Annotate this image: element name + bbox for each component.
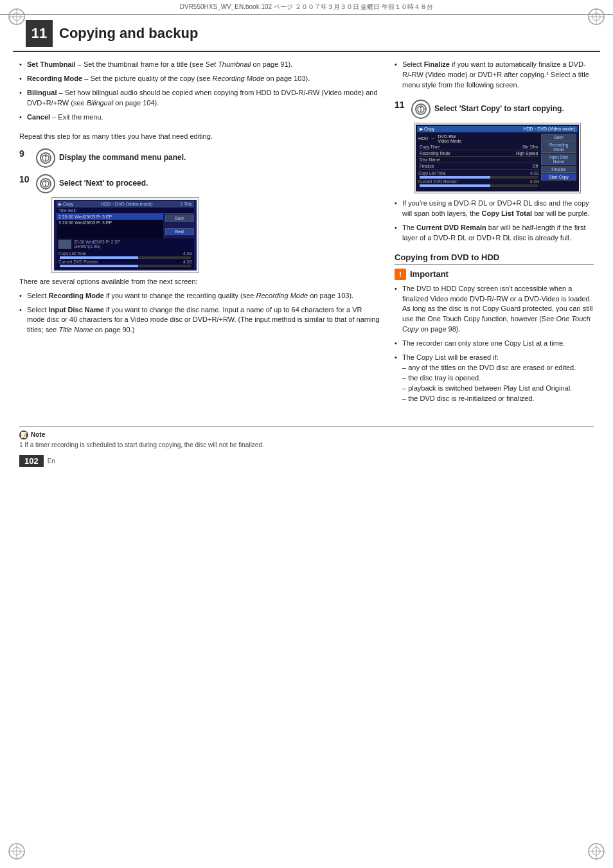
step-11-icon	[411, 100, 431, 119]
screen1-tab-label: Title Edit	[58, 208, 76, 213]
important-items-list: The DVD to HDD Copy screen isn't accessi…	[395, 283, 594, 407]
screen1-progress: Copy List Total 4.3G Current DVD Remain …	[57, 250, 194, 269]
screen2-finalize-label: Finalize	[420, 164, 434, 168]
screen1-thumbnail-info: 20:00 Wed29/03 Pr 2 SP 1Hr00m(2.0G)	[74, 240, 120, 249]
screen1-thumb-size: 1Hr00m(2.0G)	[74, 244, 120, 249]
header-text: DVR550HXS_WV_EN.book 102 ページ ２００７年３月３０日 …	[180, 3, 434, 10]
screen1-back-btn[interactable]: Back	[165, 215, 194, 222]
screen2-dvd-remain-label: Current DVD Remain	[418, 179, 458, 184]
screen2-bar1-fill	[420, 176, 490, 179]
option-input-disc-name: Select Input Disc Name if you want to ch…	[19, 304, 382, 339]
opt-text-recording-mode: if you want to change the recording qual…	[106, 292, 353, 299]
finalize-bold: Finalize	[424, 60, 450, 68]
step-11-block: 11 Select 'Start Copy' to start copying.	[395, 100, 594, 119]
important-item-1: The DVD to HDD Copy screen isn't accessi…	[395, 283, 594, 338]
screen1-bar2	[60, 265, 191, 267]
screen1-dvd-remain-label: Current DVD Remain	[58, 260, 98, 264]
important-icon: !	[395, 269, 406, 280]
screen2-finalize-row: Finalize Off	[418, 163, 539, 170]
page-footer: 102 En	[0, 452, 613, 470]
screen1-bar1-fill	[60, 256, 138, 259]
screen2-finalize-btn[interactable]: Finalize	[541, 166, 576, 173]
screen1-list-total-val: 4.3G	[183, 251, 192, 256]
screen1-header: ▶ Copy HDD→DVD (Video mode) 3 Title	[57, 201, 194, 208]
option-recording-mode: Select Recording Mode if you want to cha…	[19, 290, 382, 304]
step-10-icon-inner	[40, 178, 51, 190]
screen1-spacer	[57, 226, 163, 238]
dl-note-1-bold: Copy List Total	[482, 209, 533, 217]
screen2-source-row: HDD → DVD-RWVideo Mode	[418, 134, 539, 144]
screen1-dvd-remain-row: Current DVD Remain 4.3G	[58, 260, 192, 264]
screen1-bar2-fill	[60, 265, 138, 267]
screen2-bar1	[420, 176, 538, 179]
screen2-copy-time-val: 0hr 19m	[522, 145, 538, 149]
step-9-number: 9	[19, 148, 32, 159]
list-item-cancel: Cancel – Exit the menu.	[19, 111, 382, 125]
screen2-bar2-fill	[420, 184, 490, 187]
screen2-list-total-val: 4.3G	[530, 171, 539, 175]
screen2-rec-mode-label: Recording Mode	[420, 151, 450, 155]
screen1-title-1: 2 20:00 Wed29/03 Pr 3 EP	[57, 214, 163, 220]
step-11-number: 11	[395, 100, 407, 110]
corner-decoration-tr	[587, 8, 605, 26]
screen1-count: 3 Title	[180, 202, 192, 207]
important-label: Important	[410, 269, 449, 279]
screen1-tab: Title Edit	[57, 208, 194, 214]
screen2-input-disc-name-btn[interactable]: Input Disc Name	[541, 154, 576, 165]
note-label-row: 📝 Note	[19, 430, 594, 439]
opt-bold-input-disc-name: Input Disc Name	[49, 306, 104, 314]
screen2-info-panel: HDD → DVD-RWVideo Mode Copy Time 0hr 19m…	[418, 134, 539, 189]
step-11-text: Select 'Start Copy' to start copying.	[434, 100, 564, 114]
screen1-btn-spacer	[165, 222, 194, 227]
screen2-rec-mode-row: Recording Mode High-Speed	[418, 150, 539, 157]
screen2-back-btn[interactable]: Back	[541, 134, 576, 141]
screen2-body: HDD → DVD-RWVideo Mode Copy Time 0hr 19m…	[417, 132, 578, 190]
important-item-3: The Copy List will be erased if: – any o…	[395, 351, 594, 407]
repeat-text: Repeat this step for as many titles you …	[19, 132, 382, 142]
note-label-text: Note	[31, 431, 45, 438]
screen2-dest-label: DVD-RWVideo Mode	[438, 134, 461, 143]
finalize-note: Select Finalize if you want to automatic…	[395, 58, 594, 93]
step-9-icon	[36, 148, 55, 168]
screen1-dvd-remain-val: 4.3G	[183, 260, 192, 264]
screen2-recording-mode-btn[interactable]: Recording Mode	[541, 141, 576, 153]
step-9-text: Display the command menu panel.	[59, 148, 186, 163]
screen1-next-btn[interactable]: Next	[165, 228, 194, 235]
screen2-header: ▶ Copy HDD→DVD (Video mode)	[417, 126, 578, 132]
section-heading-dvd-to-hdd: Copying from DVD to HDD	[395, 252, 594, 265]
list-item-bilingual: Bilingual – Set how bilingual audio shou…	[19, 87, 382, 111]
item-bold-bilingual: Bilingual	[27, 89, 57, 96]
step-9-block: 9 Display the command menu panel.	[19, 148, 382, 168]
dl-note-1: If you're using a DVD-R DL or DVD+R DL d…	[395, 197, 594, 222]
onetouchcopy-italic: One Touch Copy	[402, 315, 591, 333]
main-content: Set Thumbnail – Set the thumbnail frame …	[0, 52, 613, 420]
screen2-button-panel: Back Recording Mode Input Disc Name Fina…	[541, 134, 576, 189]
page-lang: En	[48, 457, 55, 465]
screen1-body: 2 20:00 Wed29/03 Pr 3 EP 3 20:00 Wed29/0…	[57, 214, 194, 238]
screen1-bar1	[60, 256, 191, 259]
screen2-bar1-label: Copy List Total 4.3G	[418, 171, 539, 175]
item-bold-cancel: Cancel	[27, 113, 50, 121]
screen2-start-copy-btn[interactable]: Start Copy	[541, 173, 576, 181]
right-column: Select Finalize if you want to automatic…	[395, 58, 594, 413]
screen-mockup-2: ▶ Copy HDD→DVD (Video mode) HDD → DVD-RW…	[414, 123, 581, 193]
item-text-bilingual: – Set how bilingual audio should be copi…	[27, 89, 378, 107]
item-bold-recording-mode: Recording Mode	[27, 75, 82, 82]
screen1-thumbnail-img	[58, 240, 71, 249]
screen2-copy-time-label: Copy Time	[420, 145, 440, 149]
corner-decoration-tl	[8, 8, 26, 26]
screen2-finalize-val: Off	[532, 164, 538, 168]
corner-decoration-bl	[8, 842, 26, 860]
chapter-header: 11 Copying and backup	[13, 15, 600, 52]
opt-bold-recording-mode: Recording Mode	[49, 292, 104, 299]
item-text-recording-mode: – Set the picture quality of the copy (s…	[84, 75, 310, 82]
item-text-set-thumbnail: – Set the thumbnail frame for a title (s…	[78, 60, 293, 68]
page-number: 102	[19, 455, 44, 467]
screen2-source-label: HDD	[418, 136, 428, 141]
dl-note-2-bold: Current DVD Remain	[416, 224, 486, 231]
screen1-thumbnail-row: 20:00 Wed29/03 Pr 2 SP 1Hr00m(2.0G)	[57, 238, 194, 250]
important-box: ! Important The DVD to HDD Copy screen i…	[395, 269, 594, 407]
step-11-icon-inner	[415, 103, 427, 115]
important-header: ! Important	[395, 269, 594, 280]
screen1-list-total-label: Copy List Total	[58, 251, 86, 256]
